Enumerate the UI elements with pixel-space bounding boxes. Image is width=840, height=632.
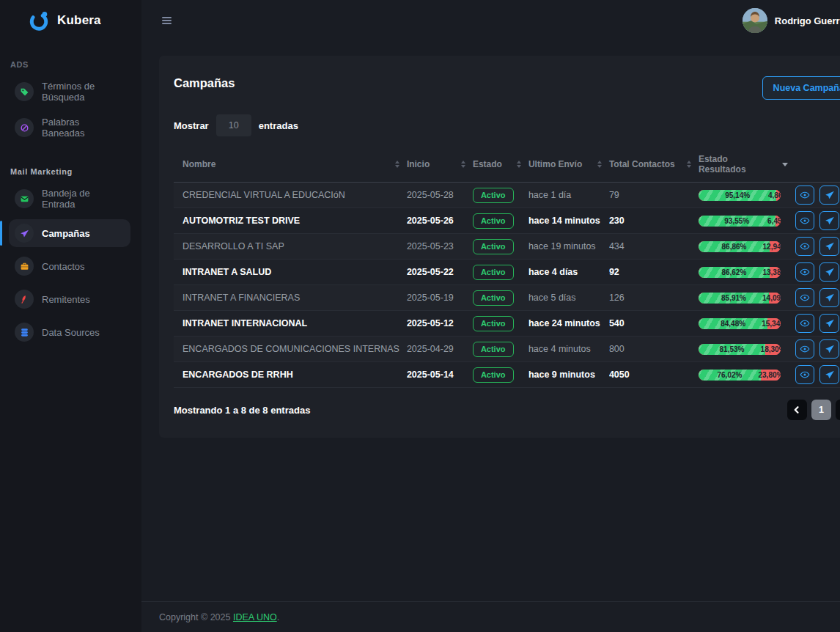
sidebar-item-remitentes[interactable]: Remitentes xyxy=(9,285,130,313)
prev-page-button[interactable] xyxy=(787,400,807,420)
view-button[interactable] xyxy=(795,314,815,333)
fail-segment: 13,38% xyxy=(770,267,781,278)
send-button[interactable] xyxy=(819,339,839,359)
campaign-status-cell: Activo xyxy=(473,239,528,254)
column-header-ultimo-envio[interactable]: Ultimo Envío xyxy=(528,159,609,169)
campaign-last-sent: hace 4 días xyxy=(528,267,609,277)
campaign-total-contacts: 434 xyxy=(609,241,699,251)
status-badge: Activo xyxy=(473,265,514,280)
sidebar-item-label: Bandeja de Entrada xyxy=(42,188,125,210)
fail-segment: 4,86% xyxy=(776,190,780,201)
status-badge: Activo xyxy=(473,188,514,203)
column-header-estado-resultados[interactable]: Estado Resultados xyxy=(699,154,795,174)
idea-uno-link[interactable]: IDEA UNO xyxy=(233,612,277,622)
copyright-suffix: . xyxy=(277,612,279,622)
table-row: INTRANET A SALUD 2025-05-22 Activo hace … xyxy=(174,260,840,285)
campaign-actions xyxy=(795,262,840,282)
user-menu[interactable]: Rodrigo Guerrero xyxy=(743,8,840,33)
view-button[interactable] xyxy=(795,262,815,282)
sort-icon xyxy=(687,161,691,168)
view-button[interactable] xyxy=(795,211,815,230)
send-button[interactable] xyxy=(819,365,839,384)
campaign-name: ENCARGADOS DE COMUNICACIONES INTERNAS xyxy=(183,344,407,354)
next-page-button[interactable] xyxy=(836,400,840,420)
sort-icon xyxy=(517,161,521,168)
results-progress-bar: 93,55% 6,45% xyxy=(699,216,781,227)
column-header-estado[interactable]: Estado xyxy=(473,159,528,169)
campaign-total-contacts: 230 xyxy=(609,216,699,226)
brand-logo[interactable]: Kubera xyxy=(0,0,141,41)
send-plane-icon xyxy=(825,293,835,303)
fail-percent: 6,45% xyxy=(767,217,781,225)
column-header-nombre[interactable]: Nombre xyxy=(183,159,407,169)
page-1-button[interactable]: 1 xyxy=(811,400,831,420)
table-row: ENCARGADOS DE COMUNICACIONES INTERNAS 20… xyxy=(174,337,840,362)
fail-segment: 12,94% xyxy=(770,241,781,252)
campaign-start-date: 2025-05-22 xyxy=(407,267,473,277)
fail-percent: 4,86% xyxy=(768,191,781,199)
results-progress-bar: 84,48% 15,34% xyxy=(699,318,781,329)
column-header-total-contactos[interactable]: Total Contactos xyxy=(609,159,699,169)
sidebar-item-label: Data Sources xyxy=(42,327,100,338)
view-button[interactable] xyxy=(795,185,815,205)
campaign-total-contacts: 4050 xyxy=(609,370,699,380)
send-button[interactable] xyxy=(819,237,839,256)
campaign-start-date: 2025-05-28 xyxy=(407,190,473,200)
section-label-ads: ADS xyxy=(0,54,141,76)
menu-icon[interactable] xyxy=(159,14,174,27)
view-button[interactable] xyxy=(795,237,815,256)
send-button[interactable] xyxy=(819,185,839,205)
success-segment: 93,55% xyxy=(699,216,775,227)
send-button[interactable] xyxy=(819,211,839,230)
campaign-total-contacts: 79 xyxy=(609,190,699,200)
success-segment: 86,62% xyxy=(699,267,770,278)
campaign-start-date: 2025-05-19 xyxy=(407,293,473,303)
fail-percent: 12,94% xyxy=(763,243,781,251)
sidebar-item-palabras-baneadas[interactable]: Palabras Baneadas xyxy=(9,112,130,143)
main-area: Rodrigo Guerrero Campañas Nueva Campaña … xyxy=(141,0,840,632)
campaign-results-cell: 93,55% 6,45% xyxy=(699,216,795,227)
campaign-actions xyxy=(795,237,840,256)
campaign-name: AUTOMOTRIZ TEST DRIVE xyxy=(183,216,407,226)
column-header-inicio[interactable]: Inicio xyxy=(407,159,473,169)
avatar-image xyxy=(743,8,767,33)
campaign-actions xyxy=(795,339,840,359)
campaign-total-contacts: 800 xyxy=(609,344,699,354)
brand-name: Kubera xyxy=(57,13,101,28)
campaign-status-cell: Activo xyxy=(473,188,528,203)
table-row: CREDENCIAL VIRTUAL A EDUCACIóN 2025-05-2… xyxy=(174,183,840,208)
sort-icon xyxy=(395,161,399,168)
campaign-results-cell: 76,02% 23,80% xyxy=(699,370,795,381)
campaign-start-date: 2025-05-14 xyxy=(407,370,473,380)
campaign-last-sent: hace 14 minutos xyxy=(528,216,609,226)
send-button[interactable] xyxy=(819,288,839,307)
entries-select[interactable]: 10 xyxy=(216,114,251,136)
fail-percent: 14,09% xyxy=(762,294,781,302)
send-plane-icon xyxy=(825,241,835,251)
success-segment: 85,91% xyxy=(699,293,769,304)
new-campaign-button[interactable]: Nueva Campaña xyxy=(762,76,840,100)
sidebar-item-data-sources[interactable]: Data Sources xyxy=(9,318,130,346)
page-footer: Copyright © 2025 IDEA UNO . xyxy=(141,601,840,632)
send-button[interactable] xyxy=(819,262,839,282)
view-button[interactable] xyxy=(795,339,815,359)
campaign-status-cell: Activo xyxy=(473,342,528,357)
send-button[interactable] xyxy=(819,314,839,333)
view-button[interactable] xyxy=(795,365,815,384)
entries-select-value: 10 xyxy=(229,120,239,131)
sidebar-item-label: Campañas xyxy=(42,228,90,239)
sidebar-item-bandeja-de-entrada[interactable]: Bandeja de Entrada xyxy=(9,183,130,214)
sidebar-item-terminos-de-busqueda[interactable]: Términos de Búsqueda xyxy=(9,76,130,107)
campaigns-card: Campañas Nueva Campaña Mostrar 10 entrad… xyxy=(159,56,840,438)
sidebar-item-campanas[interactable]: Campañas xyxy=(9,219,130,247)
campaign-last-sent: hace 19 minutos xyxy=(528,241,609,251)
table-row: AUTOMOTRIZ TEST DRIVE 2025-05-26 Activo … xyxy=(174,208,840,234)
campaign-actions xyxy=(795,185,840,205)
sidebar-section-mail-marketing: Mail Marketing Bandeja de Entrada Campañ… xyxy=(0,161,141,351)
sort-icon xyxy=(461,161,465,168)
campaign-total-contacts: 540 xyxy=(609,318,699,328)
eye-icon xyxy=(800,318,810,328)
campaign-name: INTRANET A SALUD xyxy=(183,267,407,277)
view-button[interactable] xyxy=(795,288,815,307)
sidebar-item-contactos[interactable]: Contactos xyxy=(9,252,130,280)
